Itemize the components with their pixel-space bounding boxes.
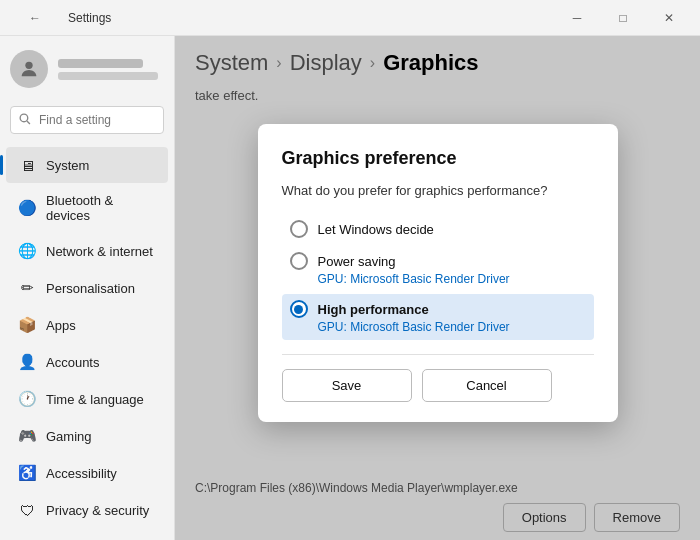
svg-point-1: [20, 114, 28, 122]
nav-items: 🖥 System 🔵 Bluetooth & devices 🌐 Network…: [0, 142, 174, 540]
search-input[interactable]: [10, 106, 164, 134]
sidebar-label-accessibility: Accessibility: [46, 466, 117, 481]
maximize-button[interactable]: □: [600, 0, 646, 36]
user-profile[interactable]: [0, 36, 174, 102]
modal-backdrop: Graphics preference What do you prefer f…: [175, 36, 700, 540]
radio-option-high_performance[interactable]: High performanceGPU: Microsoft Basic Ren…: [282, 294, 594, 340]
sidebar-item-system[interactable]: 🖥 System: [6, 147, 168, 183]
accounts-icon: 👤: [18, 353, 36, 371]
sidebar-item-apps[interactable]: 📦 Apps: [6, 307, 168, 343]
close-button[interactable]: ✕: [646, 0, 692, 36]
svg-line-2: [27, 121, 30, 124]
user-info: [58, 59, 158, 80]
radio-sub-power_saving: GPU: Microsoft Basic Render Driver: [318, 272, 586, 286]
gaming-icon: 🎮: [18, 427, 36, 445]
radio-label-windows_decide: Let Windows decide: [318, 222, 434, 237]
sidebar: 🖥 System 🔵 Bluetooth & devices 🌐 Network…: [0, 36, 175, 540]
close-icon: ✕: [664, 11, 674, 25]
sidebar-label-time: Time & language: [46, 392, 144, 407]
sidebar-label-accounts: Accounts: [46, 355, 99, 370]
titlebar: ← Settings ─ □ ✕: [0, 0, 700, 36]
radio-option-windows_decide[interactable]: Let Windows decide: [282, 214, 594, 244]
sidebar-item-bluetooth[interactable]: 🔵 Bluetooth & devices: [6, 184, 168, 232]
minimize-icon: ─: [573, 11, 582, 25]
modal-title: Graphics preference: [282, 148, 594, 169]
main-content: System›Display›Graphics take effect. C:\…: [175, 36, 700, 540]
sidebar-label-gaming: Gaming: [46, 429, 92, 444]
accessibility-icon: ♿: [18, 464, 36, 482]
back-icon: ←: [29, 11, 41, 25]
sidebar-item-time[interactable]: 🕐 Time & language: [6, 381, 168, 417]
sidebar-item-accounts[interactable]: 👤 Accounts: [6, 344, 168, 380]
modal-question: What do you prefer for graphics performa…: [282, 183, 594, 198]
back-button[interactable]: ←: [12, 0, 58, 36]
radio-circle-power_saving: [290, 252, 308, 270]
radio-option-power_saving[interactable]: Power savingGPU: Microsoft Basic Render …: [282, 246, 594, 292]
maximize-icon: □: [619, 11, 626, 25]
privacy-icon: 🛡: [18, 501, 36, 519]
graphics-preference-modal: Graphics preference What do you prefer f…: [258, 124, 618, 422]
window-controls: ─ □ ✕: [554, 0, 692, 36]
sidebar-item-personalisation[interactable]: ✏ Personalisation: [6, 270, 168, 306]
time-icon: 🕐: [18, 390, 36, 408]
app-container: 🖥 System 🔵 Bluetooth & devices 🌐 Network…: [0, 36, 700, 540]
radio-label-high_performance: High performance: [318, 302, 429, 317]
search-box: [10, 106, 164, 134]
avatar: [10, 50, 48, 88]
personalisation-icon: ✏: [18, 279, 36, 297]
modal-divider: [282, 354, 594, 355]
modal-actions: Save Cancel: [282, 369, 594, 402]
radio-options: Let Windows decidePower savingGPU: Micro…: [282, 214, 594, 340]
svg-point-0: [25, 62, 32, 69]
minimize-button[interactable]: ─: [554, 0, 600, 36]
radio-label-power_saving: Power saving: [318, 254, 396, 269]
bluetooth-icon: 🔵: [18, 199, 36, 217]
sidebar-label-system: System: [46, 158, 89, 173]
user-email: [58, 72, 158, 80]
sidebar-item-gaming[interactable]: 🎮 Gaming: [6, 418, 168, 454]
sidebar-label-privacy: Privacy & security: [46, 503, 149, 518]
sidebar-item-network[interactable]: 🌐 Network & internet: [6, 233, 168, 269]
apps-icon: 📦: [18, 316, 36, 334]
titlebar-left: ← Settings: [12, 0, 111, 36]
network-icon: 🌐: [18, 242, 36, 260]
sidebar-label-apps: Apps: [46, 318, 76, 333]
user-name: [58, 59, 143, 68]
search-icon: [18, 112, 31, 128]
sidebar-item-accessibility[interactable]: ♿ Accessibility: [6, 455, 168, 491]
radio-sub-high_performance: GPU: Microsoft Basic Render Driver: [318, 320, 586, 334]
app-title: Settings: [68, 11, 111, 25]
save-button[interactable]: Save: [282, 369, 412, 402]
cancel-button[interactable]: Cancel: [422, 369, 552, 402]
radio-circle-windows_decide: [290, 220, 308, 238]
radio-circle-high_performance: [290, 300, 308, 318]
system-icon: 🖥: [18, 156, 36, 174]
sidebar-label-network: Network & internet: [46, 244, 153, 259]
sidebar-label-personalisation: Personalisation: [46, 281, 135, 296]
sidebar-item-windows_update[interactable]: ⊞ Windows Update: [6, 529, 168, 540]
sidebar-item-privacy[interactable]: 🛡 Privacy & security: [6, 492, 168, 528]
sidebar-label-bluetooth: Bluetooth & devices: [46, 193, 156, 223]
